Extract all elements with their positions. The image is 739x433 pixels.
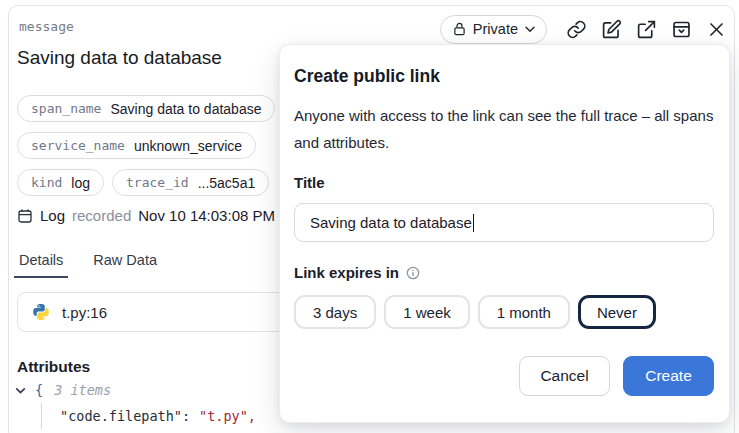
title-input-value: Saving data to database xyxy=(310,214,472,231)
dialog-actions: Cancel Create xyxy=(294,356,714,396)
page-title: Saving data to database xyxy=(17,47,222,69)
screenshot-root: message Saving data to database span_nam… xyxy=(0,0,739,433)
chevron-down-icon xyxy=(525,26,535,33)
json-open-brace: { xyxy=(35,382,43,398)
open-external-icon[interactable] xyxy=(630,13,662,45)
chip-value: log xyxy=(71,175,90,191)
calendar-icon xyxy=(17,208,33,224)
info-icon[interactable] xyxy=(406,266,420,280)
field-label: message xyxy=(19,19,74,34)
dialog-title: Create public link xyxy=(294,65,714,87)
chip-key: span_name xyxy=(31,101,101,116)
expiry-option-1-month[interactable]: 1 month xyxy=(478,295,570,329)
privacy-dropdown[interactable]: Private xyxy=(440,15,547,44)
chevron-down-icon[interactable] xyxy=(14,384,28,397)
detail-tabs: Details Raw Data xyxy=(14,250,162,278)
create-public-link-dialog: Create public link Anyone with access to… xyxy=(279,44,730,423)
lock-icon xyxy=(453,22,466,36)
expiry-options: 3 days 1 week 1 month Never xyxy=(294,295,714,329)
chip-value: ...5ac5a1 xyxy=(198,175,256,191)
chip-value: Saving data to database xyxy=(110,101,261,117)
dialog-description: Anyone with access to the link can see t… xyxy=(294,102,714,156)
recorded-time: Nov 10 14:03:08 PM xyxy=(138,207,275,224)
recorded-kind: Log xyxy=(40,207,65,224)
recorded-timestamp: Log recorded Nov 10 14:03:08 PM xyxy=(17,207,275,224)
create-button[interactable]: Create xyxy=(623,356,714,396)
chip-key: service_name xyxy=(31,138,125,153)
chip-value: unknown_service xyxy=(134,138,242,154)
json-value: "t.py", xyxy=(199,408,256,424)
collapse-panel-icon[interactable] xyxy=(665,13,697,45)
toolbar: Private xyxy=(440,13,732,45)
privacy-label: Private xyxy=(473,21,518,37)
edit-icon[interactable] xyxy=(595,13,627,45)
expiry-option-3-days[interactable]: 3 days xyxy=(294,295,376,329)
json-key: "code.filepath": xyxy=(60,408,190,424)
expiry-option-never[interactable]: Never xyxy=(578,295,656,329)
chip-key: trace_id xyxy=(126,175,189,190)
attributes-heading: Attributes xyxy=(17,358,90,376)
recorded-verb: recorded xyxy=(72,207,131,224)
title-input[interactable]: Saving data to database xyxy=(294,203,714,242)
python-icon xyxy=(32,303,50,321)
chip-trace-id[interactable]: trace_id ...5ac5a1 xyxy=(112,169,269,196)
tab-raw-data[interactable]: Raw Data xyxy=(88,250,162,278)
expiry-option-1-week[interactable]: 1 week xyxy=(384,295,470,329)
chip-service-name[interactable]: service_name unknown_service xyxy=(17,132,256,159)
source-location-text: t.py:16 xyxy=(62,304,107,321)
attribute-chips: span_name Saving data to database servic… xyxy=(17,95,275,196)
chip-span-name[interactable]: span_name Saving data to database xyxy=(17,95,275,122)
copy-link-icon[interactable] xyxy=(560,13,592,45)
chip-key: kind xyxy=(31,175,62,190)
tab-details[interactable]: Details xyxy=(14,250,68,278)
close-icon[interactable] xyxy=(700,13,732,45)
chip-kind[interactable]: kind log xyxy=(17,169,104,196)
json-tree-root: { 3 items xyxy=(14,382,111,398)
text-caret xyxy=(473,214,475,232)
json-entry-row: "code.filepath": "t.py", xyxy=(41,403,256,429)
expiry-label: Link expires in xyxy=(294,263,399,282)
title-field-label: Title xyxy=(294,173,714,192)
cancel-button[interactable]: Cancel xyxy=(519,356,610,396)
json-items-count: 3 items xyxy=(54,382,111,398)
